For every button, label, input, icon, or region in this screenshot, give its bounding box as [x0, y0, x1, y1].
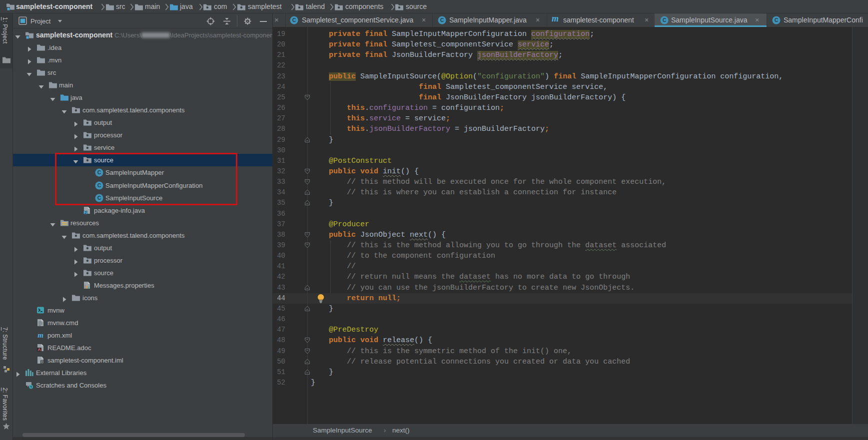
svg-text:C: C: [663, 17, 667, 23]
svg-text:m: m: [37, 331, 43, 339]
svg-text:A: A: [37, 347, 41, 352]
svg-text:C: C: [440, 17, 444, 23]
svg-text:C: C: [292, 17, 296, 23]
svg-text:J: J: [84, 210, 86, 214]
svg-text:C: C: [775, 17, 779, 23]
